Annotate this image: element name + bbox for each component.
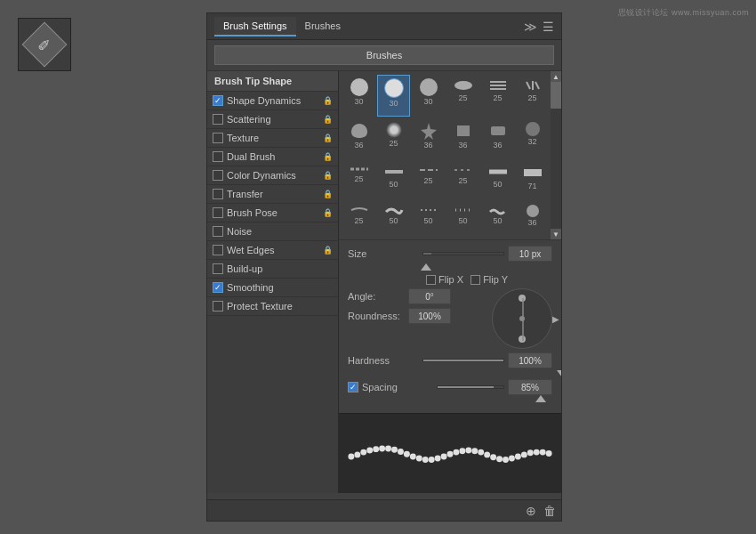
flip-x-checkbox[interactable]: [426, 275, 436, 285]
setting-wet-edges[interactable]: Wet Edges 🔒: [207, 241, 338, 260]
size-value[interactable]: 10 px: [508, 246, 552, 262]
checkbox-build-up[interactable]: [213, 263, 223, 274]
setting-smoothing[interactable]: ✓ Smoothing 🔒: [207, 279, 338, 297]
brush-cell-23[interactable]: 50: [481, 201, 514, 236]
brushes-button[interactable]: Brushes: [214, 45, 554, 65]
brush-cell-14[interactable]: 50: [377, 161, 410, 199]
setting-dual-brush[interactable]: Dual Brush 🔒: [207, 148, 338, 166]
setting-color-dynamics[interactable]: Color Dynamics 🔒: [207, 166, 338, 185]
brush-preview-19: [350, 205, 369, 215]
roundness-value[interactable]: 100%: [408, 308, 451, 324]
lock-shape-dynamics[interactable]: 🔒: [323, 96, 333, 105]
angle-roundness-container: Angle: 0° Roundness: 100%: [348, 288, 552, 349]
brush-cell-24[interactable]: 36: [516, 201, 549, 236]
svg-point-28: [422, 457, 429, 463]
svg-point-34: [459, 448, 465, 454]
hardness-value[interactable]: 100%: [508, 352, 552, 368]
setting-brush-pose[interactable]: Brush Pose 🔒: [207, 204, 338, 222]
flip-y-checkbox[interactable]: [470, 275, 480, 285]
svg-point-32: [447, 451, 454, 457]
checkbox-brush-pose[interactable]: [213, 207, 223, 218]
setting-texture[interactable]: Texture 🔒: [207, 129, 338, 148]
checkbox-shape-dynamics[interactable]: ✓: [213, 95, 223, 106]
lock-dual-brush[interactable]: 🔒: [323, 152, 333, 161]
brush-grid: 30 30 30: [339, 71, 561, 239]
brush-cell-17[interactable]: 50: [481, 161, 514, 199]
checkbox-texture[interactable]: [213, 133, 223, 143]
lock-texture[interactable]: 🔒: [323, 134, 333, 142]
spacing-checkbox[interactable]: ✓: [348, 382, 358, 392]
spacing-label: Spacing: [362, 382, 433, 392]
checkbox-color-dynamics[interactable]: [213, 170, 223, 181]
checkbox-protect-texture[interactable]: [213, 301, 223, 312]
brush-cell-11[interactable]: 36: [481, 118, 514, 158]
checkbox-scattering[interactable]: [213, 114, 223, 125]
brush-cell-1[interactable]: 30: [342, 75, 375, 117]
setting-noise[interactable]: Noise 🔒: [207, 222, 338, 241]
brush-tip-shape-item[interactable]: Brush Tip Shape: [207, 71, 338, 92]
tab-brushes[interactable]: Brushes: [296, 17, 350, 36]
brush-cell-18[interactable]: 71: [516, 161, 549, 199]
grid-scrollbar[interactable]: ▲ ▼: [551, 71, 561, 239]
lock-scattering[interactable]: 🔒: [323, 115, 333, 124]
lock-transfer[interactable]: 🔒: [323, 190, 333, 198]
brush-cell-20[interactable]: 50: [377, 201, 410, 236]
brush-cell-6[interactable]: 25: [516, 75, 549, 117]
lock-color-dynamics[interactable]: 🔒: [323, 171, 333, 180]
checkbox-wet-edges[interactable]: [213, 245, 223, 255]
brush-cell-19[interactable]: 25: [342, 201, 375, 236]
lock-brush-pose[interactable]: 🔒: [323, 208, 333, 217]
svg-point-31: [441, 454, 447, 460]
create-new-brush-icon[interactable]: ⊕: [526, 504, 536, 518]
label-shape-dynamics: Shape Dynamics: [227, 95, 319, 106]
checkbox-transfer[interactable]: [213, 189, 223, 199]
menu-icon[interactable]: ☰: [543, 20, 554, 34]
checkbox-smoothing[interactable]: ✓: [213, 282, 223, 293]
brush-cell-21[interactable]: 50: [412, 201, 445, 236]
scrollbar-thumb[interactable]: [551, 82, 561, 109]
brush-cell-10[interactable]: 36: [446, 118, 479, 158]
angle-dial[interactable]: [492, 288, 552, 349]
brush-cell-4[interactable]: 25: [446, 75, 479, 117]
brush-cell-2[interactable]: 30: [377, 75, 410, 117]
brush-cell-8[interactable]: 25: [377, 118, 410, 158]
lock-wet-edges[interactable]: 🔒: [323, 246, 333, 255]
setting-protect-texture[interactable]: Protect Texture 🔒: [207, 297, 338, 316]
expand-icon[interactable]: ≫: [524, 20, 537, 34]
size-slider[interactable]: [422, 252, 504, 255]
brush-cell-7[interactable]: 36: [342, 118, 375, 158]
delete-brush-icon[interactable]: 🗑: [543, 504, 556, 518]
brush-tool-icon[interactable]: ✏: [22, 22, 68, 68]
checkbox-dual-brush[interactable]: [213, 151, 223, 162]
angle-roundness-fields: Angle: 0° Roundness: 100%: [348, 288, 483, 328]
scrollbar-down-btn[interactable]: ▼: [551, 229, 561, 239]
spacing-slider[interactable]: [437, 385, 504, 389]
brush-cell-3[interactable]: 30: [412, 75, 445, 117]
hardness-slider[interactable]: [422, 359, 504, 362]
scrollbar-up-btn[interactable]: ▲: [551, 71, 561, 82]
flip-y-item[interactable]: Flip Y: [470, 274, 508, 285]
brush-preview-22: [454, 205, 473, 215]
brush-preview-11: [488, 122, 508, 140]
setting-scattering[interactable]: Scattering 🔒: [207, 110, 338, 129]
angle-value[interactable]: 0°: [408, 288, 451, 304]
brush-cell-12[interactable]: 32: [516, 118, 549, 158]
svg-point-38: [484, 451, 490, 457]
brush-cell-13[interactable]: 25: [342, 161, 375, 199]
brush-cell-22[interactable]: 50: [446, 201, 479, 236]
brush-cell-15[interactable]: 25: [412, 161, 445, 199]
spacing-row: ✓ Spacing 85%: [348, 379, 552, 395]
tab-brush-settings[interactable]: Brush Settings: [214, 17, 296, 36]
brush-cell-9[interactable]: 36: [412, 118, 445, 158]
brush-cell-16[interactable]: 25: [446, 161, 479, 199]
brush-cell-5[interactable]: 25: [481, 75, 514, 117]
dial-arrow[interactable]: ▶: [552, 314, 559, 324]
setting-build-up[interactable]: Build-up 🔒: [207, 260, 338, 279]
checkbox-noise[interactable]: [213, 226, 223, 237]
brush-preview-16: [454, 165, 473, 175]
brush-preview-10: [454, 122, 473, 140]
spacing-value[interactable]: 85%: [508, 379, 552, 395]
setting-shape-dynamics[interactable]: ✓ Shape Dynamics 🔒: [207, 92, 338, 110]
flip-x-item[interactable]: Flip X: [426, 274, 463, 285]
setting-transfer[interactable]: Transfer 🔒: [207, 185, 338, 204]
